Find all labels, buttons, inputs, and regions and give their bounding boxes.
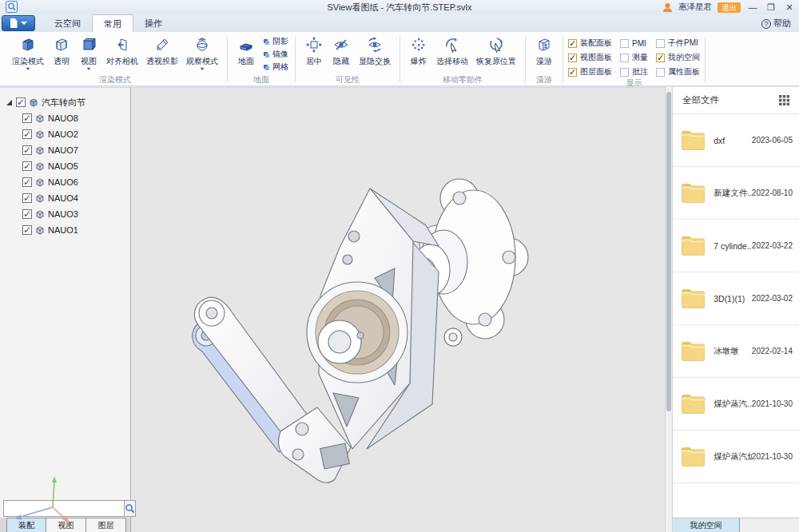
part-icon <box>35 177 45 187</box>
tree-node-row[interactable]: NAUO4 <box>6 190 127 206</box>
file-date: 2023-06-05 <box>752 136 793 145</box>
checkbox-icon <box>568 54 577 62</box>
checkbox-icon[interactable] <box>22 177 32 187</box>
ground-button[interactable]: 地面 <box>233 34 260 67</box>
checkbox-subpart-pmi[interactable]: 子件PMI <box>656 37 700 50</box>
search-input[interactable] <box>3 500 124 517</box>
select-move-button[interactable]: 选择移动 <box>432 34 472 67</box>
mirror-toggle[interactable]: 镜像 <box>263 49 288 60</box>
left-panel-tabs: 装配 视图 图层 <box>0 518 130 532</box>
part-icon <box>35 209 45 219</box>
steering-knuckle-model[interactable] <box>161 168 544 503</box>
cursor-restore-icon <box>487 35 506 54</box>
tree-node-row[interactable]: NAUO6 <box>6 174 127 190</box>
file-row[interactable]: dxf 2023-06-05 <box>673 114 799 167</box>
grid-toggle[interactable]: 网格 <box>263 62 288 73</box>
user-name[interactable]: 惠泽星君 <box>678 2 712 13</box>
toggle-visibility-button[interactable]: 显隐交换 <box>355 34 395 67</box>
group-render-mode: 渲染模式 ▼ 透明 视图 ▼ <box>5 32 225 85</box>
question-icon: ? <box>761 19 771 29</box>
tab-assembly[interactable]: 装配 <box>6 518 46 532</box>
tree-node-label: NAUO5 <box>48 161 78 171</box>
search-button[interactable] <box>124 500 136 517</box>
tree-node-row[interactable]: NAUO1 <box>6 222 127 238</box>
hide-button[interactable]: 隐藏 <box>328 34 355 67</box>
checkbox-icon[interactable] <box>22 113 32 123</box>
help-button[interactable]: ? 帮助 <box>761 18 791 30</box>
eye-swap-icon <box>365 35 384 54</box>
tree-node-row[interactable]: NAUO3 <box>6 206 127 222</box>
checkbox-icon[interactable] <box>16 97 26 107</box>
center-button[interactable]: 居中 <box>300 34 328 67</box>
scrollbar-thumb[interactable] <box>666 92 671 411</box>
file-row[interactable]: 3D(1)(1) 2022-03-02 <box>673 272 799 325</box>
folder-icon <box>681 232 706 259</box>
observe-mode-button[interactable]: 观察模式 ▼ <box>182 34 222 72</box>
part-icon <box>35 145 45 155</box>
tab-layers[interactable]: 图层 <box>86 518 126 532</box>
tree-node-row[interactable]: NAUO7 <box>6 142 127 158</box>
file-row[interactable]: 煤炉蒸汽炉 2021-10-30 <box>673 431 799 483</box>
transparent-button[interactable]: 透明 <box>48 34 75 67</box>
file-list: dxf 2023-06-05 新建文件... 2022-08-10 <box>673 114 799 483</box>
checkbox-measure[interactable]: 测量 <box>620 51 648 64</box>
file-date: 2022-03-02 <box>752 294 793 303</box>
restore-position-button[interactable]: 恢复原位置 <box>472 34 520 67</box>
restore-button[interactable]: ❐ <box>765 2 777 13</box>
checkbox-property-panel[interactable]: 属性面板 <box>656 66 700 78</box>
group-label: 地面 <box>233 75 290 85</box>
minimize-button[interactable]: — <box>746 2 759 13</box>
expander-icon[interactable] <box>6 100 12 105</box>
part-icon <box>35 129 45 139</box>
explode-button[interactable]: 爆炸 <box>405 34 432 67</box>
checkbox-icon[interactable] <box>22 161 32 171</box>
folder-icon <box>681 285 706 312</box>
align-camera-button[interactable]: 对齐相机 <box>102 34 142 67</box>
render-mode-button[interactable]: 渲染模式 ▼ <box>8 34 48 72</box>
file-list-scrollbar[interactable] <box>665 87 673 532</box>
file-row[interactable]: 7 cylinde... 2022-03-22 <box>673 220 799 272</box>
checkbox-icon[interactable] <box>22 145 32 155</box>
checkbox-icon[interactable] <box>22 129 32 139</box>
checkbox-icon[interactable] <box>22 225 32 235</box>
checkbox-icon <box>568 68 577 77</box>
checkbox-my-space[interactable]: 我的空间 <box>656 51 700 64</box>
checkbox-annotation[interactable]: 批注 <box>620 66 648 78</box>
roam-cube-icon <box>535 35 554 54</box>
tab-my-space[interactable]: 我的空间 <box>673 518 740 532</box>
tab-common[interactable]: 常用 <box>92 14 133 32</box>
tree-node-row[interactable]: NAUO8 <box>6 110 127 126</box>
tab-views[interactable]: 视图 <box>46 518 86 532</box>
checkbox-layer-panel[interactable]: 图层面板 <box>568 66 612 78</box>
tree-children: NAUO8 NAUO2 NAUO7 <box>6 110 127 238</box>
file-name: dxf <box>714 136 752 145</box>
cursor-rotate-icon <box>443 35 462 54</box>
group-separator <box>705 37 706 82</box>
tree-node-row[interactable]: NAUO5 <box>6 158 127 174</box>
file-row[interactable]: 煤炉蒸汽... 2021-10-30 <box>673 378 799 431</box>
tree-root-row[interactable]: 汽车转向节 <box>6 94 127 110</box>
perspective-button[interactable]: 透视投影 <box>142 34 182 67</box>
tab-operation[interactable]: 操作 <box>133 14 173 32</box>
checkbox-view-panel[interactable]: 视图面板 <box>568 51 612 64</box>
file-row[interactable]: 冰墩墩 2022-02-14 <box>673 325 799 378</box>
grid-view-icon[interactable] <box>779 95 789 105</box>
logout-button[interactable]: 退出 <box>718 2 741 13</box>
assembly-tree: 汽车转向节 NAUO8 NAUO2 <box>0 88 130 238</box>
app-menu-button[interactable] <box>2 15 35 31</box>
checkbox-assembly-panel[interactable]: 装配面板 <box>568 37 612 50</box>
roam-button[interactable]: 漫游 <box>531 34 558 67</box>
viewport-3d[interactable] <box>132 87 665 532</box>
file-date: 2022-08-10 <box>752 189 793 197</box>
tree-node-row[interactable]: NAUO2 <box>6 126 127 142</box>
shadow-toggle[interactable]: 阴影 <box>263 36 288 47</box>
checkbox-pmi[interactable]: PMI <box>620 37 648 50</box>
view-button[interactable]: 视图 ▼ <box>75 34 102 72</box>
folder-icon <box>681 391 706 417</box>
file-date: 2021-10-30 <box>752 399 793 408</box>
close-button[interactable]: ✕ <box>783 2 796 13</box>
file-row[interactable]: 新建文件... 2022-08-10 <box>673 167 799 220</box>
checkbox-icon[interactable] <box>22 193 32 203</box>
tab-cloud-space[interactable]: 云空间 <box>43 14 92 32</box>
checkbox-icon[interactable] <box>22 209 32 219</box>
